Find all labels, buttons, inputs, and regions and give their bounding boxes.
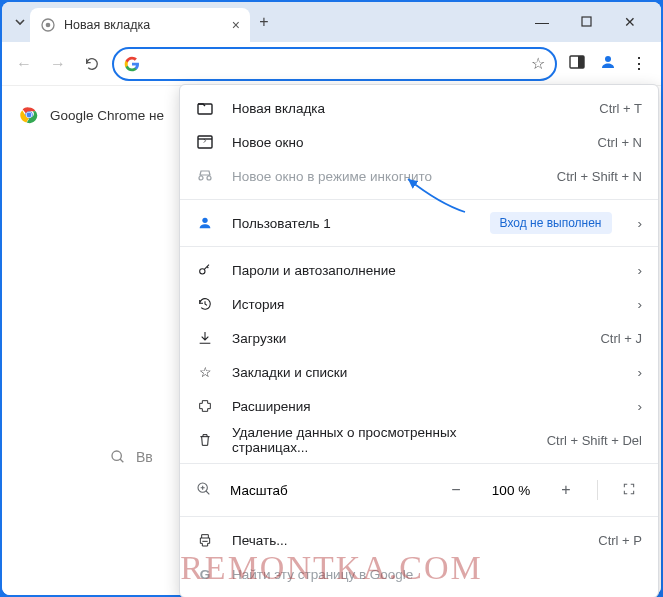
chevron-right-icon: ›: [638, 399, 643, 414]
window-controls: — ✕: [529, 14, 653, 30]
zoom-icon: [196, 481, 212, 500]
zoom-in-button[interactable]: +: [553, 481, 579, 499]
menu-incognito[interactable]: Новое окно в режиме инкогнито Ctrl + Shi…: [180, 159, 658, 193]
star-icon: ☆: [196, 364, 214, 380]
chevron-right-icon: ›: [638, 365, 643, 380]
svg-point-15: [200, 269, 205, 274]
bookmark-star-button[interactable]: ☆: [531, 54, 545, 73]
svg-point-1: [46, 23, 51, 28]
chrome-icon: [20, 106, 38, 124]
svg-point-14: [202, 218, 207, 223]
profile-icon: [196, 215, 214, 231]
reload-button[interactable]: [78, 50, 106, 78]
profile-icon: [599, 53, 617, 71]
download-icon: [196, 330, 214, 346]
profile-button[interactable]: [599, 53, 617, 75]
chevron-right-icon: ›: [638, 216, 643, 231]
tab-search-button[interactable]: [10, 16, 30, 28]
fullscreen-button[interactable]: [616, 482, 642, 499]
chevron-right-icon: ›: [638, 263, 643, 278]
sign-in-badge: Вход не выполнен: [490, 212, 612, 234]
menu-history[interactable]: История ›: [180, 287, 658, 321]
menu-passwords[interactable]: Пароли и автозаполнение ›: [180, 253, 658, 287]
svg-point-10: [112, 451, 121, 460]
extension-icon: [196, 398, 214, 414]
tab-title: Новая вкладка: [64, 18, 224, 32]
close-window-button[interactable]: ✕: [617, 14, 643, 30]
history-icon: [196, 296, 214, 312]
main-menu: Новая вкладка Ctrl + T Новое окно Ctrl +…: [179, 84, 659, 597]
minimize-button[interactable]: —: [529, 14, 555, 30]
browser-tab[interactable]: Новая вкладка ×: [30, 8, 250, 42]
reload-icon: [84, 56, 100, 72]
maximize-button[interactable]: [573, 14, 599, 30]
address-input[interactable]: [148, 56, 523, 72]
zoom-value: 100 %: [487, 483, 535, 498]
menu-find-google[interactable]: G Найти эту страницу в Google: [180, 557, 658, 591]
incognito-icon: [196, 169, 214, 183]
chevron-right-icon: ›: [638, 297, 643, 312]
back-button[interactable]: ←: [10, 50, 38, 78]
zoom-out-button[interactable]: −: [443, 481, 469, 499]
chevron-down-icon: [14, 16, 26, 28]
new-tab-button[interactable]: +: [250, 13, 278, 31]
menu-bookmarks[interactable]: ☆ Закладки и списки ›: [180, 355, 658, 389]
print-icon: [196, 532, 214, 548]
svg-rect-4: [578, 56, 584, 68]
menu-new-tab[interactable]: Новая вкладка Ctrl + T: [180, 91, 658, 125]
menu-clear-data[interactable]: Удаление данных о просмотренных страница…: [180, 423, 658, 457]
trash-icon: [196, 432, 214, 448]
svg-rect-12: [198, 136, 212, 148]
forward-button[interactable]: →: [44, 50, 72, 78]
menu-print[interactable]: Печать... Ctrl + P: [180, 523, 658, 557]
google-g-icon: G: [196, 567, 214, 582]
google-g-icon: [124, 56, 140, 72]
menu-profile[interactable]: Пользователь 1 Вход не выполнен ›: [180, 206, 658, 240]
key-icon: [196, 262, 214, 278]
page-text: Google Chrome не: [50, 108, 164, 123]
menu-zoom: Масштаб − 100 % +: [180, 470, 658, 510]
toolbar: ← → ☆ ⋮: [2, 42, 661, 86]
menu-extensions[interactable]: Расширения ›: [180, 389, 658, 423]
search-icon: [110, 449, 126, 465]
menu-downloads[interactable]: Загрузки Ctrl + J: [180, 321, 658, 355]
omnibox[interactable]: ☆: [112, 47, 557, 81]
chrome-tab-icon: [40, 17, 56, 33]
tab-icon: [196, 101, 214, 115]
tab-close-button[interactable]: ×: [232, 17, 240, 33]
panel-icon: [569, 54, 585, 70]
svg-rect-2: [582, 17, 591, 26]
search-hint: Вв: [110, 449, 153, 465]
svg-point-5: [605, 56, 611, 62]
svg-point-9: [27, 113, 32, 118]
main-menu-button[interactable]: ⋮: [631, 54, 647, 73]
window-icon: [196, 135, 214, 149]
side-panel-button[interactable]: [569, 54, 585, 74]
titlebar: Новая вкладка × + — ✕: [2, 2, 661, 42]
menu-new-window[interactable]: Новое окно Ctrl + N: [180, 125, 658, 159]
